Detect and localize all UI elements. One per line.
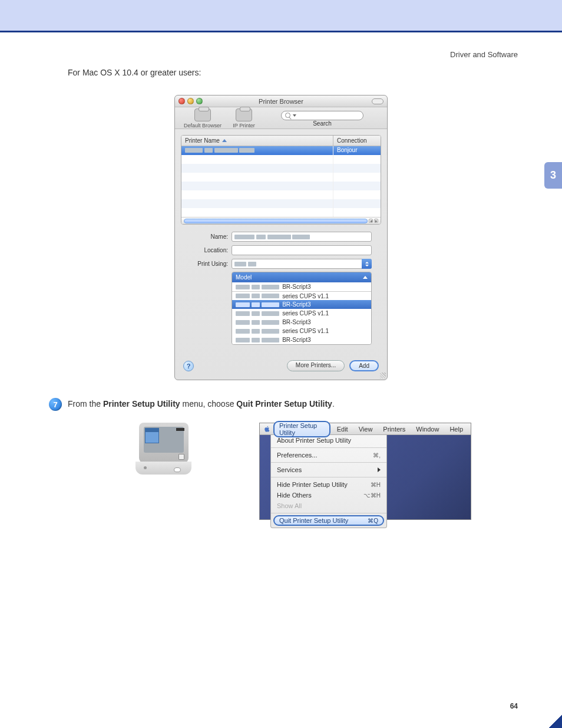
model-label: series CUPS v1.1 — [282, 328, 368, 334]
model-label: BR-Script3 — [282, 337, 368, 343]
menu-quit[interactable]: Quit Printer Setup Utility⌘Q — [273, 515, 384, 526]
app-dropdown: About Printer Setup Utility Preferences.… — [270, 435, 387, 528]
hide-others-shortcut: ⌥⌘H — [363, 492, 381, 499]
menu-view[interactable]: View — [355, 426, 377, 433]
row0-connection: Bonjour — [333, 146, 381, 155]
resize-grip-icon[interactable] — [380, 373, 386, 378]
print-using-popup[interactable] — [232, 259, 372, 269]
computer-illustration — [135, 423, 191, 476]
scroll-right-icon[interactable]: ▸ — [374, 219, 378, 223]
table-row[interactable] — [181, 155, 381, 164]
name-field[interactable] — [232, 232, 372, 242]
more-printers-button[interactable]: More Printers... — [287, 360, 345, 371]
menu-about[interactable]: About Printer Setup Utility — [271, 435, 386, 446]
step-mid: menu, choose — [180, 399, 237, 409]
menu-printers[interactable]: Printers — [379, 426, 409, 433]
menu-services[interactable]: Services — [271, 465, 386, 475]
model-header[interactable]: Model — [232, 272, 371, 282]
chevron-right-icon — [378, 467, 381, 472]
table-row[interactable] — [181, 190, 381, 199]
table-row[interactable] — [181, 199, 381, 208]
chapter-side-tab: 3 — [544, 162, 562, 189]
location-label: Location: — [190, 247, 232, 253]
menu-screenshot: Printer Setup Utility Edit View Printers… — [259, 423, 471, 520]
search-input[interactable] — [281, 111, 363, 120]
window-title: Printer Browser — [175, 98, 387, 105]
scroll-left-icon[interactable]: ◂ — [369, 219, 373, 223]
step-badge: 7 — [49, 398, 62, 411]
apple-icon[interactable] — [263, 425, 271, 433]
menu-hide-others-label: Hide Others — [277, 492, 312, 499]
sort-asc-icon — [222, 139, 227, 142]
table-row[interactable]: Bonjour — [181, 146, 381, 155]
search-label: Search — [313, 120, 332, 127]
prefs-shortcut: ⌘, — [373, 452, 381, 459]
model-row[interactable]: series CUPS v1.1 — [232, 291, 371, 300]
table-row[interactable] — [181, 208, 381, 217]
model-row[interactable]: BR-Script3 — [232, 282, 371, 291]
menu-hide[interactable]: Hide Printer Setup Utility⌘H — [271, 479, 386, 490]
menu-separator — [271, 513, 386, 513]
menu-hide-others[interactable]: Hide Others⌥⌘H — [271, 490, 386, 500]
menu-show-all: Show All — [271, 500, 386, 511]
help-button[interactable]: ? — [183, 361, 194, 371]
toolbar: Default Browser IP Printer Search — [175, 107, 387, 129]
model-label: BR-Script3 — [282, 319, 368, 325]
menu-help[interactable]: Help — [445, 426, 467, 433]
step-instruction: From the Printer Setup Utility menu, cho… — [68, 398, 335, 409]
model-label: series CUPS v1.1 — [282, 293, 368, 299]
menu-services-label: Services — [277, 466, 302, 473]
col-printer-name[interactable]: Printer Name — [181, 136, 333, 146]
model-row[interactable]: BR-Script3 — [232, 318, 371, 327]
chevron-down-icon — [293, 114, 296, 117]
model-row[interactable]: series CUPS v1.1 — [232, 309, 371, 318]
menu-edit[interactable]: Edit — [333, 426, 352, 433]
hide-shortcut: ⌘H — [371, 482, 381, 488]
printer-list: Printer Name Connection Bonjour — [181, 135, 381, 225]
printer-icon — [194, 108, 211, 121]
step-pre: From the — [68, 399, 103, 409]
top-accent-band — [0, 0, 562, 32]
default-browser-button[interactable]: Default Browser — [182, 108, 223, 129]
printer-icon — [236, 108, 252, 121]
popup-arrows-icon[interactable] — [362, 259, 372, 269]
menu-show-all-label: Show All — [277, 502, 302, 509]
table-row[interactable] — [181, 182, 381, 190]
printer-browser-window: Printer Browser Default Browser IP Print… — [174, 95, 388, 380]
horizontal-scrollbar[interactable]: ◂ ▸ — [181, 217, 381, 224]
menu-preferences[interactable]: Preferences...⌘, — [271, 450, 386, 460]
model-label: BR-Script3 — [282, 284, 368, 290]
default-browser-label: Default Browser — [184, 123, 222, 129]
col-printer-name-label: Printer Name — [185, 137, 220, 144]
menu-app[interactable]: Printer Setup Utility — [273, 421, 330, 437]
table-row[interactable] — [181, 164, 381, 173]
quit-shortcut: ⌘Q — [368, 518, 378, 524]
toolbar-pill-icon[interactable] — [372, 98, 384, 104]
model-row[interactable]: BR-Script3 — [232, 300, 371, 309]
step-bold1: Printer Setup Utility — [103, 399, 180, 409]
model-row[interactable]: series CUPS v1.1 — [232, 327, 371, 335]
name-label: Name: — [190, 233, 232, 240]
scroll-thumb[interactable] — [184, 219, 368, 223]
model-row[interactable]: BR-Script3 — [232, 335, 371, 344]
ip-printer-button[interactable]: IP Printer — [223, 108, 265, 129]
intro-text: For Mac OS X 10.4 or greater users: — [68, 68, 494, 77]
col-connection[interactable]: Connection — [333, 136, 381, 146]
menu-hide-label: Hide Printer Setup Utility — [277, 481, 348, 488]
menu-quit-label: Quit Printer Setup Utility — [279, 517, 348, 524]
search-icon — [285, 113, 290, 118]
step-post: . — [332, 399, 335, 409]
add-button[interactable]: Add — [349, 360, 379, 371]
model-header-label: Model — [236, 274, 252, 281]
table-row[interactable] — [181, 173, 381, 182]
location-field[interactable] — [232, 245, 372, 255]
menubar: Printer Setup Utility Edit View Printers… — [260, 423, 471, 435]
table-header[interactable]: Printer Name Connection — [181, 136, 381, 146]
running-header: Driver and Software — [0, 32, 562, 59]
table-body: Bonjour — [181, 146, 381, 217]
window-titlebar: Printer Browser — [175, 95, 387, 107]
print-using-label: Print Using: — [190, 261, 232, 267]
menu-window[interactable]: Window — [412, 426, 443, 433]
menu-separator — [271, 447, 386, 448]
menu-separator — [271, 462, 386, 463]
